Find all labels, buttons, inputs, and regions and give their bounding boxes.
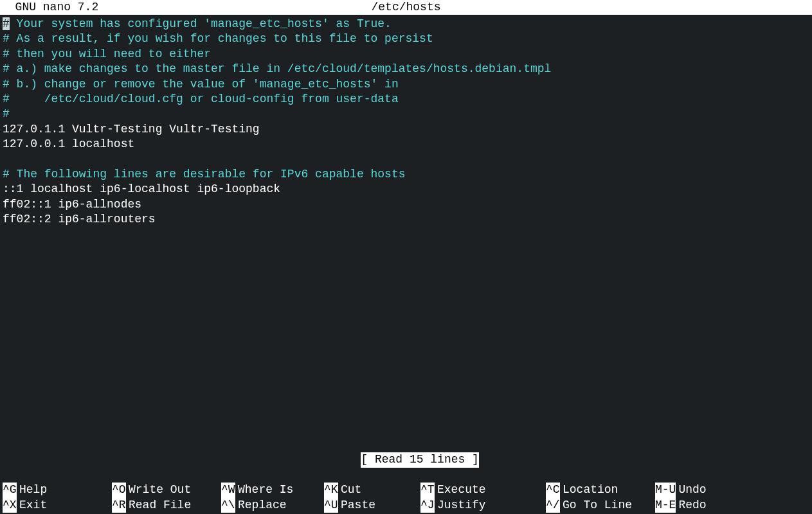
status-message: [ Read 15 lines ] xyxy=(361,452,479,467)
shortcut-justify[interactable]: ^JJustify xyxy=(420,498,546,513)
editor-line[interactable]: # a.) make changes to the master file in… xyxy=(3,62,809,76)
editor-line[interactable]: # xyxy=(3,107,809,121)
editor-line[interactable]: ff02::2 ip6-allrouters xyxy=(3,212,809,227)
shortcut-label: Execute xyxy=(435,483,486,497)
shortcut-row: ^XExit^RRead File^\Replace^UPaste^JJusti… xyxy=(3,498,809,513)
shortcut-where-is[interactable]: ^WWhere Is xyxy=(221,483,324,497)
shortcut-key: M-U xyxy=(655,483,676,497)
shortcut-redo[interactable]: M-ERedo xyxy=(655,498,732,513)
shortcut-key: ^C xyxy=(546,483,560,497)
app-name: GNU nano 7.2 xyxy=(0,0,98,15)
shortcut-key: M-E xyxy=(655,498,676,513)
shortcut-label: Go To Line xyxy=(560,498,632,513)
shortcut-key: ^J xyxy=(420,498,435,513)
shortcut-key: ^G xyxy=(3,483,17,497)
shortcut-label: Cut xyxy=(338,483,361,497)
shortcut-label: Where Is xyxy=(235,483,293,497)
shortcut-label: Help xyxy=(17,483,47,497)
shortcut-key: ^X xyxy=(3,498,17,513)
editor-line[interactable]: 127.0.1.1 Vultr-Testing Vultr-Testing xyxy=(3,122,809,137)
shortcut-cut[interactable]: ^KCut xyxy=(324,483,420,497)
editor-line[interactable]: # As a result, if you wish for changes t… xyxy=(3,31,809,46)
shortcut-bar: ^GHelp^OWrite Out^WWhere Is^KCut^TExecut… xyxy=(0,483,812,514)
shortcut-label: Justify xyxy=(435,498,486,513)
footer: [ Read 15 lines ] ^GHelp^OWrite Out^WWhe… xyxy=(0,438,812,514)
shortcut-label: Exit xyxy=(17,498,47,513)
status-line: [ Read 15 lines ] xyxy=(0,438,812,483)
shortcut-label: Replace xyxy=(235,498,287,513)
editor-line[interactable]: # The following lines are desirable for … xyxy=(3,167,809,182)
editor-line[interactable]: ff02::1 ip6-allnodes xyxy=(3,197,809,212)
shortcut-go-to-line[interactable]: ^/Go To Line xyxy=(546,498,655,513)
editor-area[interactable]: # Your system has configured 'manage_etc… xyxy=(0,15,812,227)
shortcut-label: Undo xyxy=(676,483,706,497)
editor-line[interactable]: ::1 localhost ip6-localhost ip6-loopback xyxy=(3,182,809,197)
shortcut-key: ^K xyxy=(324,483,338,497)
shortcut-key: ^T xyxy=(420,483,435,497)
shortcut-undo[interactable]: M-UUndo xyxy=(655,483,732,497)
shortcut-exit[interactable]: ^XExit xyxy=(3,498,112,513)
shortcut-key: ^R xyxy=(112,498,126,513)
shortcut-key: ^\ xyxy=(221,498,235,513)
cursor: # xyxy=(3,17,10,30)
shortcut-paste[interactable]: ^UPaste xyxy=(324,498,420,513)
shortcut-location[interactable]: ^CLocation xyxy=(546,483,655,497)
shortcut-key: ^U xyxy=(324,498,338,513)
shortcut-write-out[interactable]: ^OWrite Out xyxy=(112,483,221,497)
titlebar: GNU nano 7.2 /etc/hosts xyxy=(0,0,812,15)
shortcut-key: ^O xyxy=(112,483,126,497)
shortcut-key: ^/ xyxy=(546,498,560,513)
shortcut-label: Location xyxy=(560,483,618,497)
editor-line[interactable]: # Your system has configured 'manage_etc… xyxy=(3,17,809,31)
shortcut-label: Redo xyxy=(676,498,706,513)
editor-line[interactable]: # then you will need to either xyxy=(3,47,809,62)
shortcut-label: Read File xyxy=(126,498,191,513)
shortcut-label: Paste xyxy=(338,498,375,513)
editor-line[interactable] xyxy=(3,152,809,167)
shortcut-key: ^W xyxy=(221,483,235,497)
editor-line[interactable]: 127.0.0.1 localhost xyxy=(3,137,809,152)
shortcut-execute[interactable]: ^TExecute xyxy=(420,483,546,497)
shortcut-label: Write Out xyxy=(126,483,191,497)
shortcut-row: ^GHelp^OWrite Out^WWhere Is^KCut^TExecut… xyxy=(3,483,809,497)
shortcut-help[interactable]: ^GHelp xyxy=(3,483,112,497)
shortcut-replace[interactable]: ^\Replace xyxy=(221,498,324,513)
filename: /etc/hosts xyxy=(371,0,440,15)
editor-line[interactable]: # /etc/cloud/cloud.cfg or cloud-config f… xyxy=(3,92,809,107)
shortcut-read-file[interactable]: ^RRead File xyxy=(112,498,221,513)
editor-line[interactable]: # b.) change or remove the value of 'man… xyxy=(3,77,809,92)
